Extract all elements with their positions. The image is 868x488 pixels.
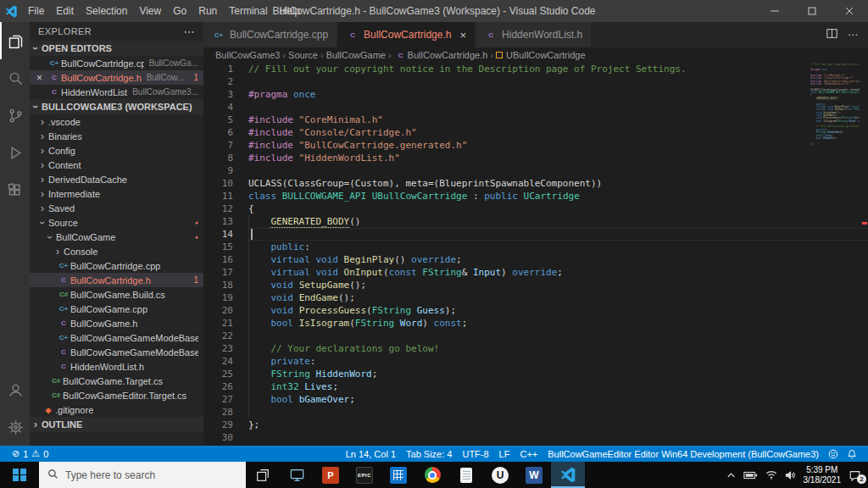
breadcrumb-separator: › xyxy=(282,50,286,60)
maximize-button[interactable] xyxy=(793,0,831,22)
open-editors-section-header[interactable]: › OPEN EDITORS xyxy=(30,41,203,56)
status-eol[interactable]: LF xyxy=(494,449,515,459)
tree-file-bullcowgame.target.cs[interactable]: C#BullCowGame.Target.cs xyxy=(30,374,203,388)
tree-folder-content[interactable]: ›Content xyxy=(30,158,203,172)
open-editor-item-bullcowcartridge.cpp[interactable]: C+BullCowCartridge.cppBullCowGa... xyxy=(30,56,203,70)
tab-bullcowcartridge.cpp[interactable]: C+BullCowCartridge.cpp xyxy=(203,22,337,47)
unreal-engine-icon[interactable]: U xyxy=(483,462,517,488)
close-editor-icon[interactable]: × xyxy=(36,73,47,83)
epic-glyph: EPIC xyxy=(356,467,373,484)
open-editor-item-bullcowcartridge.h[interactable]: ×CBullCowCartridge.hBullCow...1 xyxy=(30,70,203,85)
menu-help[interactable]: Help xyxy=(274,5,307,17)
editor-more-actions-icon[interactable]: ⋯ xyxy=(848,29,858,41)
h-file-icon: C xyxy=(57,363,70,370)
open-editor-item-hiddenwordlist.h[interactable]: CHiddenWordList.hBullCowGame3... xyxy=(30,85,203,99)
minimap[interactable]: // Fill out your copyright notice in the… xyxy=(810,63,860,446)
line-number: 28 xyxy=(203,406,246,419)
tree-file-.gitignore[interactable]: ◆.gitignore xyxy=(30,402,203,417)
menu-selection[interactable]: Selection xyxy=(80,5,133,17)
battery-icon[interactable] xyxy=(743,471,758,480)
tree-folder-bullcowgame[interactable]: ›BullCowGame● xyxy=(30,230,203,244)
tree-file-bullcowcartridge.cpp[interactable]: C+BullCowCartridge.cpp xyxy=(30,258,203,273)
tree-item-label: DerivedDataCache xyxy=(48,175,127,185)
code-editor[interactable]: 1234567891011121314151617181920212223242… xyxy=(203,63,868,446)
tree-item-label: BullCowGameGameModeBase.c... xyxy=(70,333,198,343)
menu-edit[interactable]: Edit xyxy=(50,5,80,17)
task-view-icon[interactable] xyxy=(246,462,280,488)
tree-folder-binaries[interactable]: ›Binaries xyxy=(30,129,203,143)
epic-games-icon[interactable]: EPIC xyxy=(348,462,381,488)
line-number: 23 xyxy=(203,342,246,355)
tree-file-bullcowgame.build.cs[interactable]: C#BullCowGame.Build.cs xyxy=(30,287,203,302)
breadcrumb-item-bullcowgame3[interactable]: BullCowGame3 xyxy=(215,50,280,60)
run-and-debug-icon[interactable] xyxy=(0,134,30,171)
tree-file-bullcowcartridge.h[interactable]: CBullCowCartridge.h1 xyxy=(30,273,203,287)
powerpoint-icon[interactable]: P xyxy=(314,462,348,488)
problems-status[interactable]: ⊘ 1 ⚠ 0 xyxy=(7,448,53,459)
status-indentation[interactable]: Tab Size: 4 xyxy=(401,449,457,459)
tab-hiddenwordlist.h[interactable]: CHiddenWordList.h xyxy=(476,22,592,47)
feedback-icon[interactable] xyxy=(824,449,843,459)
tree-folder-deriveddatacache[interactable]: ›DerivedDataCache xyxy=(30,172,203,186)
search-icon[interactable] xyxy=(0,59,30,97)
tree-file-hiddenwordlist.h[interactable]: CHiddenWordList.h xyxy=(30,359,203,374)
extensions-icon[interactable] xyxy=(0,171,30,208)
tree-folder-intermediate[interactable]: ›Intermediate xyxy=(30,186,203,201)
breadcrumb-item-bullcowgame[interactable]: BullCowGame xyxy=(326,50,386,60)
start-button[interactable] xyxy=(0,462,39,488)
status-build-configuration[interactable]: BullCowGameEditor Editor Win64 Developme… xyxy=(542,449,824,459)
file-explorer-icon[interactable] xyxy=(280,462,314,488)
minimize-button[interactable] xyxy=(756,0,793,22)
tab-bullcowcartridge.h[interactable]: CBullCowCartridge.h× xyxy=(337,22,476,47)
breadcrumb-item-source[interactable]: Source xyxy=(288,50,318,60)
breadcrumb-item-ubullcowcartridge[interactable]: UBullCowCartridge xyxy=(506,50,586,60)
split-editor-icon[interactable] xyxy=(826,28,837,42)
menu-go[interactable]: Go xyxy=(167,5,192,17)
settings-gear-icon[interactable] xyxy=(0,408,30,446)
taskbar-search-input[interactable]: Type here to search xyxy=(39,462,246,488)
menu-run[interactable]: Run xyxy=(192,5,223,17)
close-button[interactable] xyxy=(831,0,868,22)
close-tab-icon[interactable]: × xyxy=(459,29,466,42)
tray-chevron-up-icon[interactable] xyxy=(726,472,736,479)
chrome-icon[interactable] xyxy=(415,462,449,488)
breadcrumb-item-bullcowcartridge.h[interactable]: BullCowCartridge.h xyxy=(408,50,488,60)
status-cursor-position[interactable]: Ln 14, Col 1 xyxy=(341,449,401,459)
tree-folder-saved[interactable]: ›Saved xyxy=(30,201,203,215)
outline-section-header[interactable]: › OUTLINE xyxy=(30,417,203,432)
word-icon[interactable]: W xyxy=(517,462,551,488)
tree-folder-console[interactable]: ›Console xyxy=(30,244,203,258)
tree-folder-config[interactable]: ›Config xyxy=(30,143,203,158)
tree-folder-source[interactable]: ›Source● xyxy=(30,215,203,230)
wifi-icon[interactable] xyxy=(765,470,777,480)
status-language-mode[interactable]: C++ xyxy=(515,449,542,459)
source-control-icon[interactable] xyxy=(0,97,30,134)
calculator-icon[interactable] xyxy=(381,462,415,488)
tree-folder-.vscode[interactable]: ›.vscode xyxy=(30,114,203,129)
tree-file-bullcowgamegamemodebase.h[interactable]: CBullCowGameGameModeBase.h xyxy=(30,345,203,359)
vscode-taskbar-icon[interactable] xyxy=(551,462,585,488)
tree-file-bullcowgameeditor.target.cs[interactable]: C#BullCowGameEditor.Target.cs xyxy=(30,388,203,402)
action-center-icon[interactable]: 2 xyxy=(849,469,861,481)
tree-file-bullcowgame.h[interactable]: CBullCowGame.h xyxy=(30,316,203,330)
line-number: 2 xyxy=(203,75,246,88)
volume-icon[interactable] xyxy=(785,470,796,480)
code-content[interactable]: // Fill out your copyright notice in the… xyxy=(246,63,868,446)
cpp-file-icon: C+ xyxy=(47,59,61,67)
accounts-icon[interactable] xyxy=(0,371,30,408)
status-encoding[interactable]: UTF-8 xyxy=(457,449,493,459)
notifications-bell-icon[interactable] xyxy=(843,449,861,459)
menu-terminal[interactable]: Terminal xyxy=(223,5,273,17)
notepad-icon[interactable] xyxy=(449,462,483,488)
tree-file-bullcowgamegamemodebase.c...[interactable]: C+BullCowGameGameModeBase.c... xyxy=(30,330,203,345)
tree-file-bullcowgame.cpp[interactable]: C+BullCowGame.cpp xyxy=(30,302,203,316)
workspace-section-header[interactable]: › BULLCOWGAME3 (WORKSPACE) xyxy=(30,99,203,114)
cs-file-icon: C# xyxy=(49,377,63,385)
explorer-more-actions-icon[interactable]: ⋯ xyxy=(184,25,195,38)
menu-view[interactable]: View xyxy=(133,5,167,17)
code-line-24: private: xyxy=(248,355,868,368)
explorer-icon[interactable] xyxy=(0,22,30,59)
overview-ruler[interactable] xyxy=(860,63,868,446)
taskbar-clock[interactable]: 5:39 PM 3/18/2021 xyxy=(804,465,842,485)
menu-file[interactable]: File xyxy=(22,5,50,17)
